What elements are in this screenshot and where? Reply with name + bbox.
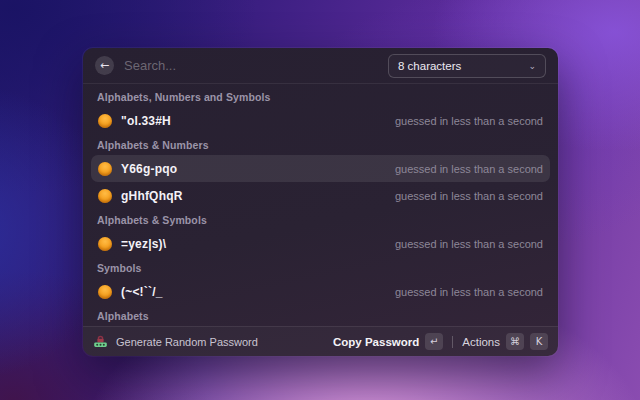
password-row[interactable]: "ol.33#H guessed in less than a second (91, 107, 550, 134)
dropdown-value: 8 characters (398, 60, 461, 72)
search-input[interactable] (124, 58, 388, 73)
back-button[interactable]: ← (95, 56, 114, 75)
command-key-icon: ⌘ (506, 333, 524, 350)
section-header: Alphabets & Numbers (97, 139, 544, 152)
emoji-icon (98, 189, 112, 203)
copy-password-label: Copy Password (333, 336, 419, 348)
section-header: Alphabets, Numbers and Symbols (97, 91, 544, 104)
password-generator-icon (93, 334, 108, 349)
copy-password-button[interactable]: Copy Password ↵ (333, 333, 443, 350)
strength-text: guessed in less than a second (395, 190, 543, 202)
emoji-icon (98, 237, 112, 251)
emoji-icon (98, 162, 112, 176)
search-bar: ← 8 characters ⌄ (83, 48, 558, 84)
strength-text: guessed in less than a second (395, 115, 543, 127)
return-key-icon: ↵ (425, 333, 443, 350)
command-palette-window: ← 8 characters ⌄ Alphabets, Numbers and … (83, 48, 558, 356)
password-row[interactable]: (~<!``/_ guessed in less than a second (91, 278, 550, 305)
password-text: "ol.33#H (121, 114, 171, 128)
password-row-selected[interactable]: Y66g-pqo guessed in less than a second (91, 155, 550, 182)
section-header: Alphabets & Symbols (97, 214, 544, 227)
strength-text: guessed in less than a second (395, 286, 543, 298)
action-bar: Generate Random Password Copy Password ↵… (83, 326, 558, 356)
emoji-icon (98, 114, 112, 128)
chevron-down-icon: ⌄ (528, 61, 536, 71)
password-text: =yez|s)\ (121, 237, 166, 251)
password-text: (~<!``/_ (121, 285, 163, 299)
actions-button[interactable]: Actions ⌘ K (462, 333, 548, 350)
actions-label: Actions (462, 336, 500, 348)
extension-info: Generate Random Password (93, 334, 258, 349)
k-key: K (530, 333, 548, 350)
character-count-dropdown[interactable]: 8 characters ⌄ (388, 54, 546, 78)
strength-text: guessed in less than a second (395, 238, 543, 250)
back-arrow-icon: ← (100, 56, 109, 75)
password-text: gHhfQhqR (121, 189, 183, 203)
results-list: Alphabets, Numbers and Symbols "ol.33#H … (83, 84, 558, 323)
emoji-icon (98, 285, 112, 299)
password-text: Y66g-pqo (121, 162, 177, 176)
password-row[interactable]: gHhfQhqR guessed in less than a second (91, 182, 550, 209)
strength-text: guessed in less than a second (395, 163, 543, 175)
section-header: Alphabets (97, 310, 544, 323)
footer-divider (452, 336, 453, 348)
password-row[interactable]: =yez|s)\ guessed in less than a second (91, 230, 550, 257)
section-header: Symbols (97, 262, 544, 275)
extension-title: Generate Random Password (116, 336, 258, 348)
